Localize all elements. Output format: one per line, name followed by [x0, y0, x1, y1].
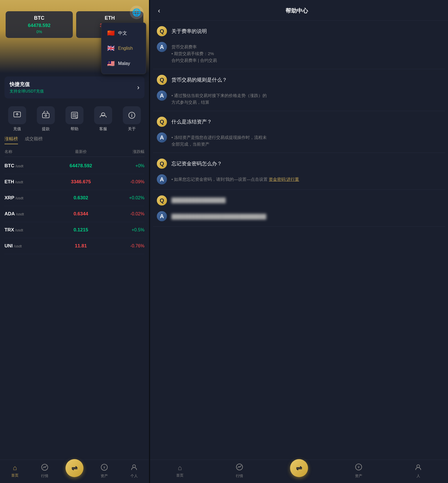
svg-text:¥: ¥: [103, 466, 105, 470]
table-row[interactable]: UNI /usdt 11.81 -0.76%: [4, 238, 144, 254]
faq-q-icon-5: Q: [157, 195, 167, 206]
right-nav-trade[interactable]: ⇌: [269, 465, 329, 477]
uni-row-price: 11.81: [55, 243, 106, 249]
svg-rect-1: [42, 113, 49, 118]
btc-name: BTC: [11, 15, 68, 21]
faq-a-4: A • 如果您忘记资金密码，请到'我的—设置—点击设置 资金密码'进行重: [153, 174, 445, 189]
lang-item-english[interactable]: 🇬🇧 English: [101, 41, 146, 56]
coin-eth: ETH /usdt: [4, 179, 55, 185]
nav-profile[interactable]: 个人: [119, 463, 149, 479]
btc-row-change: +0%: [106, 163, 144, 168]
about-label: 关于: [128, 127, 136, 132]
faq-a-icon-5: A: [157, 211, 167, 221]
globe-button[interactable]: 🌐: [130, 6, 143, 19]
faq-a-icon-2: A: [157, 91, 167, 101]
uni-row-change: -0.76%: [106, 243, 144, 249]
trade-button[interactable]: ⇌: [65, 459, 83, 477]
faq-a-text-2: • 通过预估当前交易对接下来的价格走势（涨跌）的方式参与交易，结算: [171, 91, 267, 106]
right-nav-profile[interactable]: 人: [388, 463, 448, 479]
faq-a-text-1: 货币交易费率 • 期货交易手续费：2% 合约交易费率 | 合约交易: [171, 42, 217, 64]
service-label: 客服: [99, 127, 107, 132]
flag-cn: 🇨🇳: [107, 30, 115, 37]
action-recharge[interactable]: 充值: [8, 106, 26, 132]
chevron-right-icon: ›: [137, 83, 139, 91]
globe-icon: 🌐: [132, 8, 141, 17]
faq-item-3: Q 什么是冻结资产？ A • 冻结资产是指您在进行交易或提现操作时，流程未全部完…: [153, 111, 445, 153]
header-change: 涨跌幅: [106, 149, 144, 154]
lang-label-english: English: [118, 46, 133, 51]
service-icon: [94, 106, 112, 124]
faq-item-2: Q 货币交易的规则是什么？ A • 通过预估当前交易对接下来的价格走势（涨跌）的…: [153, 69, 445, 111]
right-assets-icon: ¥: [355, 463, 362, 472]
nav-assets[interactable]: ¥ 资产: [89, 464, 119, 479]
help-center-title: 帮助中心: [168, 7, 426, 15]
quick-actions: 充值 提款 ? 帮助: [0, 102, 149, 136]
lang-label-chinese: 中文: [118, 30, 127, 36]
market-tabs: 涨幅榜 成交额榜: [0, 136, 149, 144]
right-trade-button[interactable]: ⇌: [290, 459, 308, 477]
withdraw-label: 提款: [42, 127, 50, 132]
faq-q-5[interactable]: Q ████████████████: [153, 190, 445, 211]
svg-point-12: [133, 465, 135, 468]
right-nav-home[interactable]: ⌂ 首页: [150, 464, 210, 478]
action-service[interactable]: 客服: [94, 106, 112, 132]
action-withdraw[interactable]: 提款: [37, 106, 55, 132]
faq-a-5: A ████████████████████████████: [153, 211, 445, 226]
profile-label: 个人: [130, 473, 138, 479]
table-row[interactable]: XRP /usdt 0.6302 +0.02%: [4, 190, 144, 206]
faq-a-3: A • 冻结资产是指您在进行交易或提现操作时，流程未全部完成，当前资产: [153, 132, 445, 153]
faq-q-icon-4: Q: [157, 159, 167, 169]
faq-a-link-4[interactable]: 资金密码'进行重: [269, 177, 299, 182]
eth-row-change: -0.09%: [106, 179, 144, 184]
coin-ada: ADA /usdt: [4, 211, 55, 217]
table-row[interactable]: ETH /usdt 3346.675 -0.09%: [4, 174, 144, 190]
table-row[interactable]: ADA /usdt 0.6344 -0.02%: [4, 206, 144, 222]
trx-row-price: 0.1215: [55, 227, 106, 233]
left-bottom-nav: ⌂ 首页 行情 ⇌ ¥ 资产: [0, 460, 149, 483]
language-dropdown[interactable]: 🇨🇳 中文 🇬🇧 English 🇲🇾 Malay: [101, 22, 146, 74]
assets-label: 资产: [101, 473, 108, 479]
eth-name: ETH: [81, 15, 138, 21]
faq-q-4[interactable]: Q 忘记资金密码怎么办？: [153, 153, 445, 174]
ada-row-change: -0.02%: [106, 211, 144, 216]
right-nav-assets[interactable]: ¥ 资产: [329, 463, 388, 479]
tab-rise[interactable]: 涨幅榜: [4, 136, 18, 144]
trx-row-change: +0.5%: [106, 227, 144, 233]
table-row[interactable]: BTC /usdt 64478.592 +0%: [4, 158, 144, 174]
recharge-banner[interactable]: 快捷充值 支持全球USDT充值 ›: [4, 76, 144, 98]
lang-item-malay[interactable]: 🇲🇾 Malay: [101, 56, 146, 71]
right-market-label: 行情: [236, 473, 243, 479]
lang-item-chinese[interactable]: 🇨🇳 中文: [101, 26, 146, 41]
flag-my: 🇲🇾: [107, 60, 115, 67]
right-nav-market[interactable]: 行情: [210, 463, 269, 479]
right-assets-label: 资产: [355, 473, 362, 479]
faq-q-1[interactable]: Q 关于费率的说明: [153, 21, 445, 42]
faq-q-2[interactable]: Q 货币交易的规则是什么？: [153, 69, 445, 91]
nav-market[interactable]: 行情: [30, 464, 60, 479]
faq-a-text-5: ████████████████████████████: [171, 211, 266, 220]
action-about[interactable]: i 关于: [123, 106, 141, 132]
faq-q-text-2: 货币交易的规则是什么？: [171, 76, 227, 83]
table-row[interactable]: TRX /usdt 0.1215 +0.5%: [4, 222, 144, 238]
market-label: 行情: [41, 473, 48, 479]
btc-change: 0%: [11, 30, 68, 34]
action-help[interactable]: ? 帮助: [65, 106, 83, 132]
btc-card[interactable]: BTC 64478.592 0%: [6, 11, 73, 38]
nav-home[interactable]: ⌂ 首页: [0, 464, 30, 478]
header-price: 最新价: [55, 149, 106, 154]
nav-trade[interactable]: ⇌: [60, 465, 89, 477]
table-header: 名称 最新价 涨跌幅: [4, 147, 144, 157]
faq-a-text-4: • 如果您忘记资金密码，请到'我的—设置—点击设置 资金密码'进行重: [171, 174, 299, 183]
left-panel: 🌐 BTC 64478.592 0% ETH 3346.675 -0.09% 🇨…: [0, 0, 149, 483]
recharge-text: 快捷充值 支持全球USDT充值: [10, 81, 44, 94]
lang-label-malay: Malay: [118, 61, 130, 66]
back-button[interactable]: ‹: [156, 6, 162, 16]
tab-volume[interactable]: 成交额榜: [25, 136, 43, 144]
faq-q-3[interactable]: Q 什么是冻结资产？: [153, 111, 445, 132]
withdraw-icon: [37, 106, 55, 124]
right-profile-label: 人: [417, 473, 420, 479]
flag-gb: 🇬🇧: [107, 45, 115, 52]
coin-uni: UNI /usdt: [4, 243, 55, 249]
header-name: 名称: [4, 149, 55, 154]
faq-item-5: Q ████████████████ A ███████████████████…: [153, 190, 445, 227]
